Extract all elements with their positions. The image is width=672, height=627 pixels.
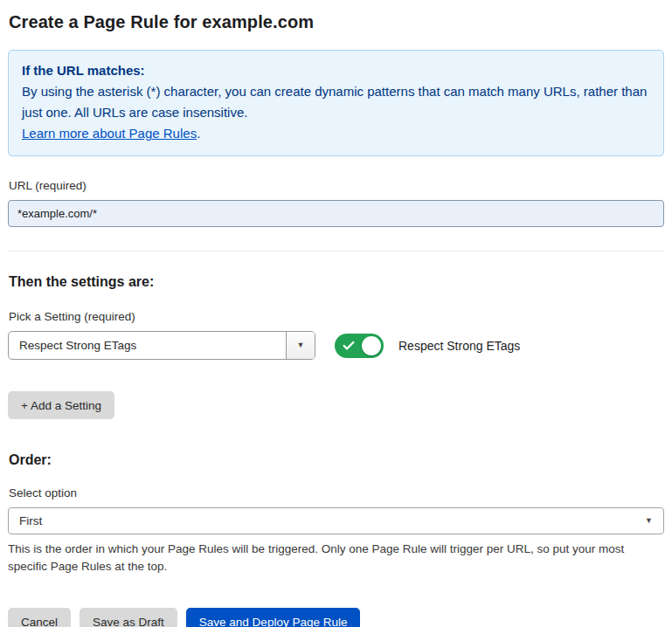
setting-select-caret-button[interactable]: ▼ (286, 332, 315, 359)
link-period: . (197, 126, 200, 141)
save-as-draft-button[interactable]: Save as Draft (80, 608, 177, 627)
save-and-deploy-button[interactable]: Save and Deploy Page Rule (186, 608, 361, 627)
setting-select[interactable]: Respect Strong ETags ▼ (8, 331, 315, 360)
cancel-button[interactable]: Cancel (8, 608, 71, 627)
order-heading: Order: (9, 452, 663, 468)
chevron-down-icon: ▼ (645, 517, 653, 525)
learn-more-link[interactable]: Learn more about Page Rules (22, 126, 197, 141)
toggle-knob (362, 336, 381, 355)
settings-heading: Then the settings are: (9, 274, 663, 290)
pick-setting-label: Pick a Setting (required) (9, 310, 663, 323)
section-divider (8, 251, 664, 251)
info-box-heading: If the URL matches: (22, 60, 650, 81)
setting-row: Respect Strong ETags ▼ Respect Strong ET… (8, 331, 664, 360)
url-field-label: URL (required) (9, 179, 663, 192)
page-title: Create a Page Rule for example.com (9, 12, 664, 32)
check-icon (342, 339, 356, 353)
order-help-text: This is the order in which your Page Rul… (8, 541, 655, 575)
add-setting-button[interactable]: + Add a Setting (8, 391, 114, 419)
url-match-info-box: If the URL matches: By using the asteris… (8, 50, 664, 156)
chevron-down-icon: ▼ (297, 341, 305, 349)
respect-strong-etags-toggle[interactable] (335, 334, 384, 358)
url-input[interactable] (8, 200, 664, 227)
toggle-label: Respect Strong ETags (398, 339, 520, 353)
info-box-link-line: Learn more about Page Rules. (22, 123, 650, 144)
order-select-value: First (19, 514, 645, 527)
actions-row: Cancel Save as Draft Save and Deploy Pag… (8, 608, 664, 627)
page-rule-form: Create a Page Rule for example.com If th… (0, 0, 672, 627)
order-select[interactable]: First ▼ (8, 507, 664, 534)
setting-select-value: Respect Strong ETags (9, 332, 286, 359)
info-box-body: By using the asterisk (*) character, you… (22, 81, 650, 123)
order-select-label: Select option (9, 486, 663, 500)
